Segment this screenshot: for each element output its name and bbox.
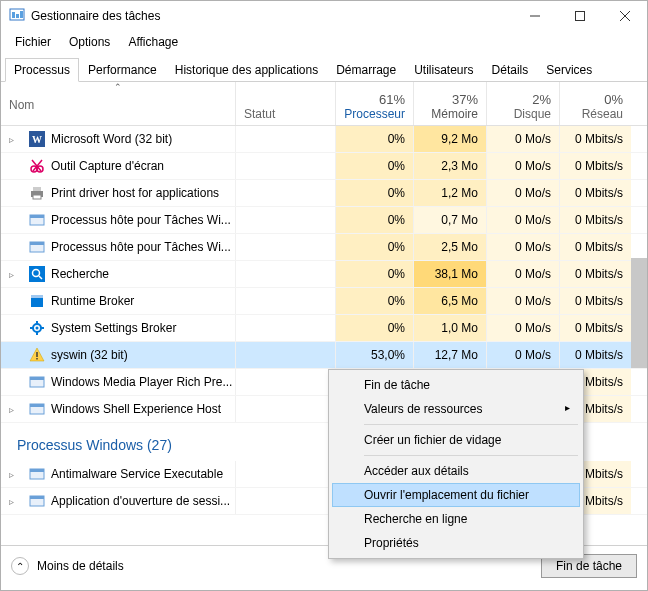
svg-point-27 [36,327,39,330]
cell-status [235,261,335,287]
table-row[interactable]: syswin (32 bit)53,0%12,7 Mo0 Mo/s0 Mbits… [1,342,647,369]
menubar: Fichier Options Affichage [1,31,647,53]
table-row[interactable]: Print driver host for applications0%1,2 … [1,180,647,207]
menu-file[interactable]: Fichier [7,33,59,51]
col-name[interactable]: ⌃ Nom [1,82,235,125]
svg-rect-24 [31,298,43,307]
tab-performance[interactable]: Performance [79,58,166,82]
gear-icon [29,320,45,336]
cell-memory: 1,0 Mo [413,315,486,341]
cell-name: Print driver host for applications [1,180,235,206]
cell-memory: 9,2 Mo [413,126,486,152]
context-item[interactable]: Ouvrir l'emplacement du fichier [332,483,580,507]
close-button[interactable] [602,1,647,31]
minimize-button[interactable] [512,1,557,31]
process-name: Windows Media Player Rich Pre... [51,375,232,389]
cell-memory: 0,7 Mo [413,207,486,233]
table-row[interactable]: Outil Capture d'écran0%2,3 Mo0 Mo/s0 Mbi… [1,153,647,180]
cell-cpu: 0% [335,315,413,341]
maximize-button[interactable] [557,1,602,31]
process-name: Print driver host for applications [51,186,219,200]
col-disk[interactable]: 2% Disque [486,82,559,125]
context-item[interactable]: Accéder aux détails [332,459,580,483]
scrollbar-thumb[interactable] [631,258,647,368]
cell-network: 0 Mbits/s [559,153,631,179]
context-item[interactable]: Recherche en ligne [332,507,580,531]
cell-name: Runtime Broker [1,288,235,314]
svg-rect-38 [30,404,44,407]
col-cpu[interactable]: 61% Processeur [335,82,413,125]
context-separator [364,455,578,456]
cell-disk: 0 Mo/s [486,153,559,179]
less-details-link[interactable]: Moins de détails [37,559,124,573]
menu-view[interactable]: Affichage [120,33,186,51]
window-title: Gestionnaire des tâches [31,9,512,23]
generic-icon [29,401,45,417]
tab-startup[interactable]: Démarrage [327,58,405,82]
svg-rect-1 [12,12,15,18]
cell-status [235,288,335,314]
cell-disk: 0 Mo/s [486,234,559,260]
tab-users[interactable]: Utilisateurs [405,58,482,82]
table-row[interactable]: Processus hôte pour Tâches Wi...0%0,7 Mo… [1,207,647,234]
process-name: Processus hôte pour Tâches Wi... [51,213,231,227]
context-separator [364,424,578,425]
col-status[interactable]: Statut [235,82,335,125]
generic-icon [29,239,45,255]
process-name: Recherche [51,267,109,281]
cell-cpu: 0% [335,261,413,287]
tab-app-history[interactable]: Historique des applications [166,58,327,82]
cell-network: 0 Mbits/s [559,126,631,152]
table-row[interactable]: System Settings Broker0%1,0 Mo0 Mo/s0 Mb… [1,315,647,342]
process-name: Antimalware Service Executable [51,467,223,481]
context-item[interactable]: Propriétés [332,531,580,555]
titlebar: Gestionnaire des tâches [1,1,647,31]
table-row[interactable]: Recherche0%38,1 Mo0 Mo/s0 Mbits/s [1,261,647,288]
cell-network: 0 Mbits/s [559,288,631,314]
generic-icon [29,374,45,390]
cell-disk: 0 Mo/s [486,126,559,152]
cell-network: 0 Mbits/s [559,180,631,206]
cell-memory: 2,3 Mo [413,153,486,179]
table-row[interactable]: Processus hôte pour Tâches Wi...0%2,5 Mo… [1,234,647,261]
context-item[interactable]: Valeurs de ressources▸ [332,397,580,421]
svg-rect-40 [30,469,44,472]
cell-memory: 38,1 Mo [413,261,486,287]
context-item[interactable]: Créer un fichier de vidage [332,428,580,452]
menu-options[interactable]: Options [61,33,118,51]
svg-rect-16 [33,195,41,199]
cell-status [235,342,335,368]
chevron-up-icon[interactable]: ⌃ [11,557,29,575]
generic-icon [29,466,45,482]
svg-text:W: W [32,134,42,145]
tab-services[interactable]: Services [537,58,601,82]
context-item[interactable]: Fin de tâche [332,373,580,397]
svg-rect-18 [30,215,44,218]
cell-name: System Settings Broker [1,315,235,341]
cell-name: Outil Capture d'écran [1,153,235,179]
snip-icon [29,158,45,174]
context-menu: Fin de tâcheValeurs de ressources▸Créer … [328,369,584,559]
cell-status [235,315,335,341]
svg-rect-3 [20,11,23,18]
cell-cpu: 53,0% [335,342,413,368]
table-row[interactable]: Runtime Broker0%6,5 Mo0 Mo/s0 Mbits/s [1,288,647,315]
table-row[interactable]: WMicrosoft Word (32 bit)0%9,2 Mo0 Mo/s0 … [1,126,647,153]
cell-cpu: 0% [335,234,413,260]
cell-name: Processus hôte pour Tâches Wi... [1,234,235,260]
cell-status [235,234,335,260]
tab-processes[interactable]: Processus [5,58,79,82]
cell-status [235,396,335,422]
cell-cpu: 0% [335,126,413,152]
chevron-right-icon: ▸ [565,402,570,413]
process-name: System Settings Broker [51,321,176,335]
col-network[interactable]: 0% Réseau [559,82,631,125]
runtime-icon [29,293,45,309]
cell-disk: 0 Mo/s [486,261,559,287]
cell-cpu: 0% [335,153,413,179]
cell-disk: 0 Mo/s [486,288,559,314]
printer-icon [29,185,45,201]
col-memory[interactable]: 37% Mémoire [413,82,486,125]
tab-details[interactable]: Détails [483,58,538,82]
warn-icon [29,347,45,363]
